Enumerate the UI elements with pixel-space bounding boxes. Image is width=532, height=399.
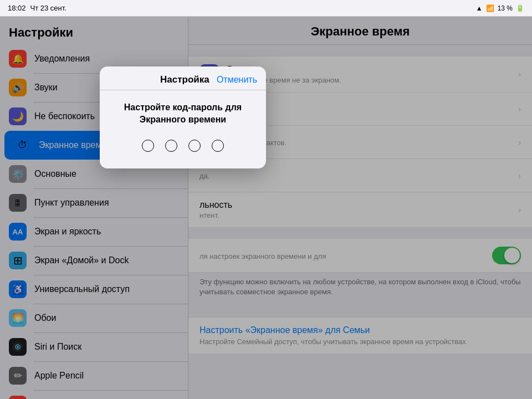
status-bar-left: 18:02 Чт 23 сент. xyxy=(8,4,66,12)
passcode-dot-3 xyxy=(188,140,201,152)
modal-header: Настройка Отменить xyxy=(100,66,266,90)
modal-title: Настройка xyxy=(153,74,217,85)
battery-text: 13 % xyxy=(498,4,513,12)
passcode-dot-4 xyxy=(212,140,224,152)
passcode-dot-1 xyxy=(142,140,154,152)
passcode-modal: Настройка Отменить Настройте код-пароль … xyxy=(100,66,266,168)
battery-icon: 🔋 xyxy=(516,4,524,12)
modal-overlay: Настройка Отменить Настройте код-пароль … xyxy=(0,0,532,399)
status-date: Чт 23 сент. xyxy=(30,4,66,12)
passcode-dot-2 xyxy=(165,140,177,152)
modal-body: Настройте код-пароль дляЭкранного времен… xyxy=(100,90,266,168)
signal-icon: 📶 xyxy=(486,4,494,12)
status-time: 18:02 xyxy=(8,4,26,12)
status-bar: 18:02 Чт 23 сент. ▲ 📶 13 % 🔋 xyxy=(0,0,532,17)
wifi-icon: ▲ xyxy=(476,4,483,12)
passcode-dots xyxy=(109,140,257,152)
status-bar-right: ▲ 📶 13 % 🔋 xyxy=(476,4,524,12)
modal-cancel-button[interactable]: Отменить xyxy=(217,75,257,85)
modal-instruction: Настройте код-пароль дляЭкранного времен… xyxy=(109,101,257,126)
